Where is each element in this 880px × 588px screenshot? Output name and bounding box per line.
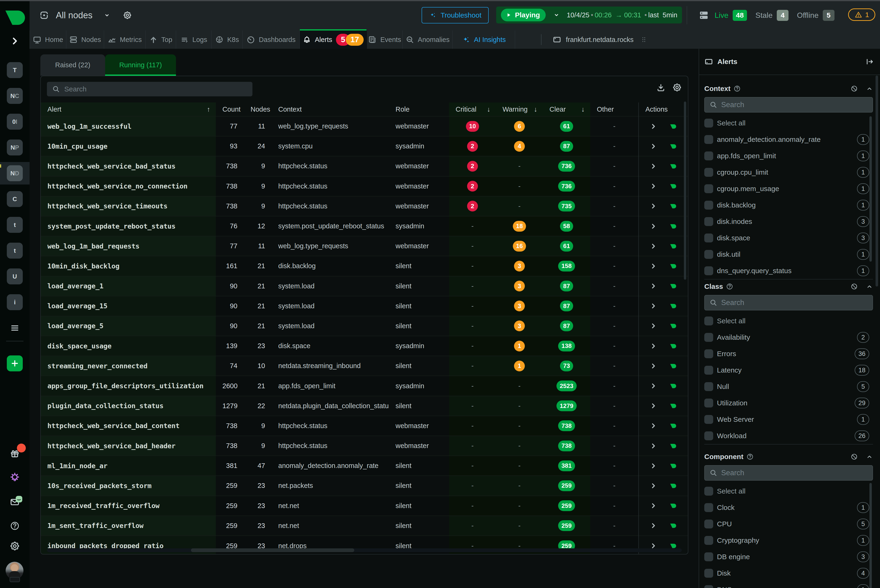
workspace-item[interactable]: 0I (0, 110, 30, 133)
tab-metrics[interactable]: Metrics (104, 30, 146, 49)
live-count-badge[interactable]: 48 (733, 10, 747, 21)
cell-alert-name[interactable]: web_log_1m_successful (41, 116, 216, 136)
expand-row-icon[interactable] (650, 243, 657, 250)
netdata-action-icon[interactable] (669, 142, 677, 150)
alert-table-row[interactable]: httpcheck_web_service_no_connection 738 … (41, 176, 688, 196)
netdata-action-icon[interactable] (669, 162, 677, 170)
stale-label[interactable]: Stale (755, 11, 773, 20)
alert-table-row[interactable]: load_average_15 90 21 system.load silent… (41, 296, 688, 316)
alert-table-row[interactable]: plugin_data_collection_status 1279 22 ne… (41, 396, 688, 416)
tab-anomalies[interactable]: Anomalies (403, 30, 453, 49)
tab-home[interactable]: Home (30, 30, 66, 49)
grip-icon[interactable] (640, 36, 648, 44)
room-chevron-down-icon[interactable] (104, 12, 110, 18)
table-horizontal-scrollbar[interactable] (47, 548, 682, 552)
netdata-action-icon[interactable] (669, 242, 677, 250)
tab-k8s[interactable]: K8s (212, 30, 243, 49)
workspace-item[interactable]: i (0, 291, 30, 314)
netdata-action-icon[interactable] (669, 202, 677, 210)
checkbox[interactable] (704, 118, 713, 128)
select-all-item[interactable]: Select all (704, 115, 873, 131)
spaces-menu-icon[interactable] (10, 323, 20, 333)
netdata-action-icon[interactable] (669, 222, 677, 230)
filter-item[interactable]: Clock 1 (704, 500, 873, 516)
cell-alert-name[interactable]: httpcheck_web_service_bad_content (41, 416, 216, 436)
filter-search-input[interactable]: Search (704, 465, 873, 481)
filter-item[interactable]: disk.inodes 3 (704, 213, 873, 230)
checkbox[interactable] (704, 201, 713, 210)
expand-row-icon[interactable] (650, 462, 657, 470)
collapse-panel-icon[interactable] (865, 57, 874, 66)
filter-item[interactable]: disk.space 3 (704, 230, 873, 246)
workspace-item[interactable]: t (0, 214, 30, 236)
expand-row-icon[interactable] (650, 382, 657, 389)
alerts-warning-pill[interactable]: 1 (848, 9, 875, 21)
alert-table-row[interactable]: 10min_disk_backlog 161 21 disk.backlog s… (41, 256, 688, 276)
filter-item[interactable]: Errors 36 (704, 346, 873, 362)
settings-gear-icon[interactable] (10, 541, 20, 551)
tab-events[interactable]: Events (367, 30, 403, 49)
filter-item[interactable]: anomaly_detection.anomaly_rate 1 (704, 131, 873, 148)
netdata-action-icon[interactable] (669, 442, 677, 450)
filter-item[interactable]: Disk 4 (704, 565, 873, 581)
select-all-item[interactable]: Select all (704, 313, 873, 329)
cell-alert-name[interactable]: 1m_sent_traffic_overflow (41, 516, 216, 536)
alert-table-row[interactable]: system_post_update_reboot_status 76 12 s… (41, 216, 688, 236)
expand-row-icon[interactable] (650, 482, 657, 489)
cell-alert-name[interactable]: httpcheck_web_service_bad_header (41, 436, 216, 456)
netdata-action-icon[interactable] (669, 282, 677, 290)
expand-row-icon[interactable] (650, 202, 657, 210)
expand-row-icon[interactable] (650, 123, 657, 130)
workspace-item[interactable]: ND (0, 162, 30, 184)
cell-alert-name[interactable]: disk_space_usage (41, 336, 216, 356)
netdata-action-icon[interactable] (669, 482, 677, 490)
alert-table-row[interactable]: 1m_received_traffic_overflow 259 23 net.… (41, 496, 688, 516)
alert-table-row[interactable]: 10s_received_packets_storm 259 23 net.pa… (41, 476, 688, 496)
alert-table-row[interactable]: httpcheck_web_service_bad_header 738 9 h… (41, 436, 688, 456)
exclude-ban-icon[interactable] (850, 85, 858, 92)
select-all-item[interactable]: Select all (704, 483, 873, 500)
checkbox[interactable] (704, 250, 713, 259)
expand-row-icon[interactable] (650, 363, 657, 369)
alert-table-row[interactable]: web_log_1m_successful 77 11 web_log.type… (41, 116, 688, 136)
lightbulb-icon[interactable] (10, 472, 20, 483)
filter-search-input[interactable]: Search (704, 97, 873, 112)
alert-table-row[interactable]: httpcheck_web_service_timeouts 738 9 htt… (41, 196, 688, 216)
expand-row-icon[interactable] (650, 163, 657, 170)
checkbox[interactable] (704, 487, 713, 496)
filter-item[interactable]: app.fds_open_limit 1 (704, 148, 873, 164)
checkbox[interactable] (704, 415, 713, 424)
netdata-action-icon[interactable] (669, 502, 677, 510)
netdata-action-icon[interactable] (669, 122, 677, 130)
cell-alert-name[interactable]: httpcheck_web_service_no_connection (41, 176, 216, 196)
cell-alert-name[interactable]: plugin_data_collection_status (41, 396, 216, 416)
netdata-action-icon[interactable] (669, 362, 677, 370)
filter-item[interactable]: Cryptography 1 (704, 532, 873, 549)
add-space-button[interactable] (7, 356, 23, 371)
checkbox[interactable] (704, 585, 713, 588)
cell-alert-name[interactable]: ml_1min_node_ar (41, 456, 216, 476)
netdata-action-icon[interactable] (669, 262, 677, 270)
filter-item[interactable]: DB engine 3 (704, 549, 873, 565)
checkbox[interactable] (704, 234, 713, 242)
collapse-section-icon[interactable] (866, 283, 873, 290)
help-circle-icon[interactable] (733, 85, 741, 92)
tab-logs[interactable]: Logs (176, 30, 212, 49)
netdata-action-icon[interactable] (669, 522, 677, 530)
cell-alert-name[interactable]: 10s_received_packets_storm (41, 476, 216, 496)
alert-table-row[interactable]: ml_1min_node_ar 381 47 anomaly_detection… (41, 456, 688, 476)
filter-item[interactable]: cgroup.cpu_limit 1 (704, 164, 873, 180)
live-label[interactable]: Live (715, 11, 728, 20)
cell-alert-name[interactable]: system_post_update_reboot_status (41, 216, 216, 236)
search-input[interactable]: Search (47, 82, 253, 96)
tab-nodes[interactable]: Nodes (66, 30, 104, 49)
netdata-action-icon[interactable] (669, 422, 677, 430)
expand-row-icon[interactable] (650, 322, 657, 329)
workspace-item[interactable]: NP (0, 136, 30, 159)
filter-item[interactable]: Workload 26 (704, 428, 873, 444)
checkbox[interactable] (704, 350, 713, 358)
expand-row-icon[interactable] (650, 522, 657, 529)
netdata-action-icon[interactable] (669, 462, 677, 470)
workspace-item[interactable]: U (0, 265, 30, 288)
filter-item[interactable]: Utilization 29 (704, 395, 873, 411)
